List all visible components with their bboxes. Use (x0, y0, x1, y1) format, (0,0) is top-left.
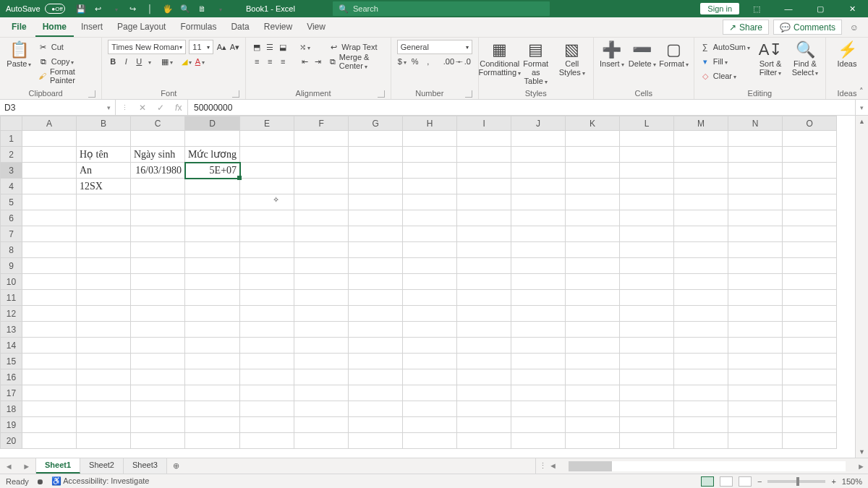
cell-C2[interactable]: Ngày sinh (131, 147, 185, 163)
cell-L13[interactable] (620, 322, 674, 338)
underline-more-icon[interactable] (147, 57, 151, 66)
macro-record-icon[interactable]: ⏺ (36, 477, 44, 486)
cell-E16[interactable] (240, 369, 294, 385)
cell-O9[interactable] (783, 258, 837, 274)
cell-E12[interactable] (240, 306, 294, 322)
cell-B10[interactable] (77, 274, 131, 290)
cell-I11[interactable] (457, 290, 511, 306)
cell-M19[interactable] (674, 417, 728, 433)
cell-F13[interactable] (294, 322, 349, 338)
conditional-formatting-button[interactable]: ▦Conditional Formatting (485, 40, 515, 78)
cell-O11[interactable] (783, 290, 837, 306)
sort-filter-button[interactable]: A↧Sort & Filter (756, 40, 785, 78)
sheet-prev-icon[interactable]: ◄ (5, 462, 13, 471)
cell-H3[interactable] (403, 163, 457, 179)
cell-M14[interactable] (674, 338, 728, 354)
cell-N8[interactable] (728, 242, 783, 258)
cell-A14[interactable] (22, 338, 77, 354)
cell-A17[interactable] (22, 385, 77, 401)
cell-N16[interactable] (728, 369, 783, 385)
cell-E5[interactable] (240, 194, 294, 210)
undo-more-icon[interactable] (109, 4, 123, 13)
cell-D14[interactable] (185, 338, 240, 354)
cell-B13[interactable] (77, 322, 131, 338)
cell-C5[interactable] (131, 194, 185, 210)
cell-N19[interactable] (728, 417, 783, 433)
col-header-A[interactable]: A (22, 116, 77, 131)
cell-B17[interactable] (77, 385, 131, 401)
cell-G7[interactable] (349, 226, 403, 242)
qat-customize-icon[interactable] (213, 4, 227, 13)
cell-E18[interactable] (240, 401, 294, 417)
cell-B15[interactable] (77, 354, 131, 369)
alignment-launcher-icon[interactable] (378, 90, 385, 98)
qat-save-as-icon[interactable]: 🗎 (195, 4, 210, 13)
cell-G20[interactable] (349, 433, 403, 449)
zoom-out-icon[interactable]: − (757, 477, 762, 486)
cell-D3[interactable]: 5E+07 (185, 163, 240, 179)
col-header-H[interactable]: H (403, 116, 457, 131)
format-cells-button[interactable]: ▢Format (660, 40, 688, 69)
cell-K3[interactable] (566, 163, 620, 179)
cell-A18[interactable] (22, 401, 77, 417)
cell-J9[interactable] (511, 258, 566, 274)
cell-D11[interactable] (185, 290, 240, 306)
shrink-font-icon[interactable]: A▾ (229, 43, 239, 52)
sign-in-button[interactable]: Sign in (700, 3, 739, 14)
cell-M6[interactable] (674, 210, 728, 226)
cell-F18[interactable] (294, 401, 349, 417)
cell-B2[interactable]: Họ tên (77, 147, 131, 163)
insert-cells-button[interactable]: ➕Insert (600, 40, 624, 69)
cell-D8[interactable] (185, 242, 240, 258)
cell-E10[interactable] (240, 274, 294, 290)
col-header-K[interactable]: K (566, 116, 620, 131)
cell-N9[interactable] (728, 258, 783, 274)
cell-F11[interactable] (294, 290, 349, 306)
cell-A16[interactable] (22, 369, 77, 385)
row-header-14[interactable]: 14 (1, 338, 22, 354)
cell-I3[interactable] (457, 163, 511, 179)
row-header-7[interactable]: 7 (1, 226, 22, 242)
normal-view-icon[interactable] (701, 476, 714, 487)
cell-H13[interactable] (403, 322, 457, 338)
cell-J15[interactable] (511, 354, 566, 369)
cell-H15[interactable] (403, 354, 457, 369)
name-box[interactable]: D3▾ (0, 100, 116, 115)
cell-G2[interactable] (349, 147, 403, 163)
cell-A5[interactable] (22, 194, 77, 210)
align-right-icon[interactable]: ≡ (278, 57, 288, 66)
cell-J20[interactable] (511, 433, 566, 449)
cell-J10[interactable] (511, 274, 566, 290)
cell-styles-button[interactable]: ▧Cell Styles (557, 40, 587, 78)
tab-page-layout[interactable]: Page Layout (110, 17, 173, 37)
cell-F9[interactable] (294, 258, 349, 274)
cell-D17[interactable] (185, 385, 240, 401)
cell-A6[interactable] (22, 210, 77, 226)
cell-F15[interactable] (294, 354, 349, 369)
border-icon[interactable]: ▦ (161, 57, 171, 67)
cell-H1[interactable] (403, 131, 457, 147)
cell-F14[interactable] (294, 338, 349, 354)
cell-B12[interactable] (77, 306, 131, 322)
col-header-B[interactable]: B (77, 116, 131, 131)
cell-M16[interactable] (674, 369, 728, 385)
cell-E19[interactable] (240, 417, 294, 433)
cell-I19[interactable] (457, 417, 511, 433)
cell-M18[interactable] (674, 401, 728, 417)
cell-M20[interactable] (674, 433, 728, 449)
cell-D19[interactable] (185, 417, 240, 433)
cell-G12[interactable] (349, 306, 403, 322)
cell-C16[interactable] (131, 369, 185, 385)
cell-K18[interactable] (566, 401, 620, 417)
bold-button[interactable]: B (108, 57, 118, 66)
cell-K7[interactable] (566, 226, 620, 242)
cell-K4[interactable] (566, 179, 620, 194)
row-header-12[interactable]: 12 (1, 306, 22, 322)
cell-J16[interactable] (511, 369, 566, 385)
cell-K20[interactable] (566, 433, 620, 449)
touch-mode-icon[interactable]: 🖐 (161, 4, 175, 14)
cell-J1[interactable] (511, 131, 566, 147)
cell-H6[interactable] (403, 210, 457, 226)
tab-data[interactable]: Data (224, 17, 256, 37)
row-header-2[interactable]: 2 (1, 147, 22, 163)
